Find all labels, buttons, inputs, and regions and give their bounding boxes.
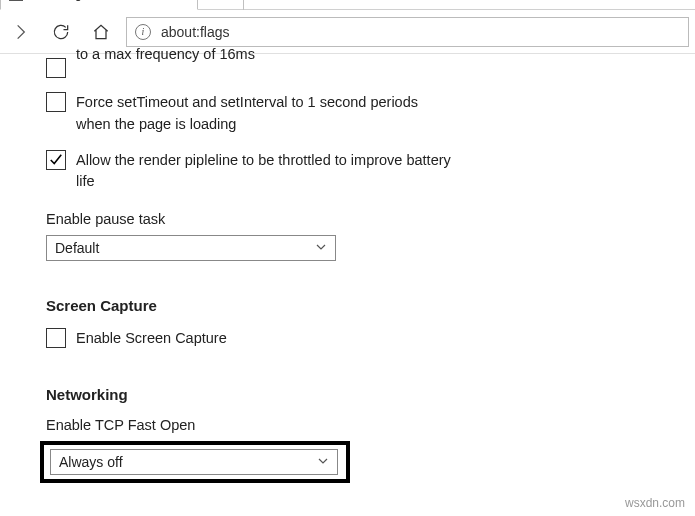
pause-task-label: Enable pause task (46, 211, 649, 227)
new-tab-button[interactable]: + (210, 0, 244, 10)
pause-task-select[interactable]: Default (46, 235, 336, 261)
tab-title: about:flags (29, 0, 88, 1)
screen-capture-header: Screen Capture (46, 297, 649, 314)
refresh-button[interactable] (46, 17, 76, 47)
tab-favicon (9, 0, 23, 1)
disable-high-freq-timers-label: to a max frequency of 16ms (76, 44, 255, 66)
networking-header: Networking (46, 386, 649, 403)
enable-screen-capture-checkbox[interactable] (46, 328, 66, 348)
force-timeout-checkbox[interactable] (46, 92, 66, 112)
disable-high-freq-timers-checkbox[interactable] (46, 58, 66, 78)
chevron-down-icon (317, 454, 329, 470)
watermark: wsxdn.com (625, 496, 685, 510)
throttle-pipeline-checkbox[interactable] (46, 150, 66, 170)
tcp-fast-open-label: Enable TCP Fast Open (46, 417, 649, 433)
throttle-pipeline-label: Allow the render pipleline to be throttl… (76, 150, 456, 194)
pause-task-value: Default (55, 240, 99, 256)
close-tab-icon[interactable]: × (173, 0, 189, 2)
tcp-fast-open-select[interactable]: Always off (50, 449, 338, 475)
forward-button[interactable] (6, 17, 36, 47)
force-timeout-label: Force setTimeout and setInterval to 1 se… (76, 92, 456, 136)
address-bar[interactable]: i about:flags (126, 17, 689, 47)
site-info-icon[interactable]: i (135, 24, 151, 40)
chevron-down-icon (315, 240, 327, 256)
address-url: about:flags (161, 24, 230, 40)
browser-tab[interactable]: about:flags × (0, 0, 198, 10)
enable-screen-capture-label: Enable Screen Capture (76, 328, 227, 350)
tcp-fast-open-highlight: Always off (40, 441, 350, 483)
tcp-fast-open-value: Always off (59, 454, 123, 470)
home-button[interactable] (86, 17, 116, 47)
